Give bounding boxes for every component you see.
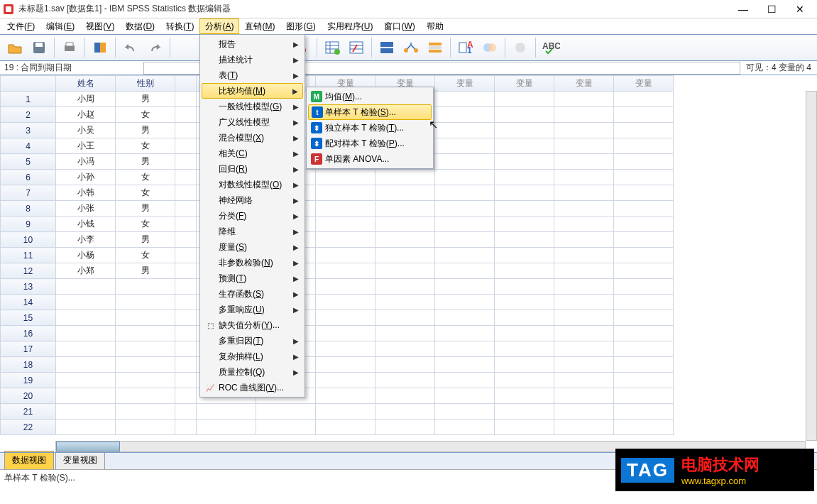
menu-item-预测[interactable]: 预测(T)▶ (202, 270, 303, 286)
cell[interactable] (554, 295, 614, 310)
row-header[interactable]: 15 (1, 310, 56, 326)
cell[interactable] (175, 217, 197, 232)
cell[interactable] (56, 295, 116, 310)
row-header[interactable]: 7 (1, 185, 56, 201)
cell[interactable] (614, 310, 674, 326)
tab-variable-view[interactable]: 变量视图 (55, 451, 105, 469)
cell[interactable]: 女 (116, 107, 175, 123)
cell[interactable]: 男 (116, 92, 175, 107)
cell[interactable]: 女 (116, 185, 175, 201)
use-sets-icon[interactable] (479, 37, 500, 58)
cell[interactable] (56, 404, 116, 420)
cell[interactable] (175, 123, 197, 138)
menu-编辑[interactable]: 编辑(E) (40, 18, 80, 34)
row-header[interactable]: 13 (1, 279, 56, 295)
menu-item-回归[interactable]: 回归(R)▶ (202, 161, 303, 177)
cell[interactable] (554, 248, 614, 263)
menu-item-质量控制[interactable]: 质量控制(Q)▶ (202, 364, 303, 380)
cell[interactable]: 小周 (56, 92, 116, 107)
menu-item-相关[interactable]: 相关(C)▶ (202, 146, 303, 161)
variables-icon[interactable] (322, 37, 343, 58)
cell[interactable] (175, 92, 197, 107)
cell[interactable] (175, 185, 197, 201)
cell[interactable] (175, 138, 197, 154)
cell[interactable] (116, 373, 175, 388)
menu-item-缺失值分析[interactable]: ⬚缺失值分析(Y)... (202, 317, 303, 333)
menu-item-分类[interactable]: 分类(F)▶ (202, 208, 303, 224)
row-header[interactable]: 3 (1, 123, 56, 138)
cell[interactable] (56, 326, 116, 341)
cell[interactable] (495, 420, 554, 435)
cell[interactable] (554, 154, 614, 170)
cell[interactable] (435, 341, 495, 357)
cell[interactable] (495, 310, 554, 326)
cell[interactable] (614, 170, 674, 185)
cell[interactable] (554, 201, 614, 217)
cell[interactable] (435, 404, 495, 420)
cell[interactable] (554, 185, 614, 201)
cell[interactable] (554, 310, 614, 326)
cell[interactable] (175, 279, 197, 295)
cell[interactable] (435, 170, 495, 185)
menu-item-ROC 曲线图[interactable]: 📈ROC 曲线图(V)... (202, 380, 303, 395)
cell[interactable] (435, 217, 495, 232)
cell[interactable] (316, 357, 375, 373)
cell[interactable] (495, 154, 554, 170)
cell[interactable] (614, 326, 674, 341)
col-header-cut[interactable] (175, 76, 197, 92)
cell[interactable] (116, 326, 175, 341)
col-header[interactable]: 变量 (495, 76, 554, 92)
cell[interactable] (375, 232, 435, 248)
cell[interactable] (554, 420, 614, 435)
cell[interactable]: 小杨 (56, 248, 116, 263)
minimize-button[interactable]: — (729, 1, 757, 18)
cell[interactable] (554, 373, 614, 388)
undo-icon[interactable] (120, 37, 141, 58)
cell[interactable] (495, 170, 554, 185)
cell[interactable] (554, 263, 614, 279)
cell[interactable] (614, 279, 674, 295)
cell[interactable] (56, 341, 116, 357)
submenu-item-独立样本 T 检验[interactable]: ⬍独立样本 T 检验(T)... (308, 120, 432, 136)
cell[interactable] (435, 295, 495, 310)
cell[interactable] (175, 170, 197, 185)
cell[interactable] (614, 92, 674, 107)
cell[interactable]: 小郑 (56, 263, 116, 279)
cell[interactable] (435, 263, 495, 279)
cell[interactable] (175, 373, 197, 388)
cell[interactable] (375, 326, 435, 341)
cell[interactable] (375, 217, 435, 232)
row-header[interactable]: 9 (1, 217, 56, 232)
cell[interactable] (116, 310, 175, 326)
cell[interactable] (316, 326, 375, 341)
row-header[interactable]: 2 (1, 107, 56, 123)
cell[interactable] (56, 420, 116, 435)
menu-item-报告[interactable]: 报告▶ (202, 36, 303, 52)
cell[interactable] (554, 138, 614, 154)
cell[interactable] (495, 388, 554, 404)
cell[interactable] (435, 154, 495, 170)
cell[interactable] (175, 388, 197, 404)
cell[interactable] (614, 185, 674, 201)
row-header[interactable]: 11 (1, 248, 56, 263)
col-header[interactable]: 变量 (554, 76, 614, 92)
cell[interactable] (495, 357, 554, 373)
vertical-scrollbar[interactable] (806, 91, 817, 441)
submenu-item-均值[interactable]: M均值(M)... (308, 89, 432, 104)
row-header[interactable]: 1 (1, 92, 56, 107)
cell[interactable] (116, 341, 175, 357)
menu-item-降维[interactable]: 降维▶ (202, 224, 303, 239)
cell[interactable] (375, 170, 435, 185)
cell[interactable] (495, 217, 554, 232)
cell[interactable] (316, 310, 375, 326)
split-file-icon[interactable] (376, 37, 397, 58)
cell[interactable] (316, 201, 375, 217)
menu-item-生存函数[interactable]: 生存函数(S)▶ (202, 286, 303, 302)
cell[interactable] (495, 138, 554, 154)
cell[interactable] (614, 341, 674, 357)
menu-item-复杂抽样[interactable]: 复杂抽样(L)▶ (202, 349, 303, 364)
cell[interactable]: 男 (116, 263, 175, 279)
cell[interactable] (435, 310, 495, 326)
row-header[interactable]: 4 (1, 138, 56, 154)
cell[interactable] (116, 295, 175, 310)
